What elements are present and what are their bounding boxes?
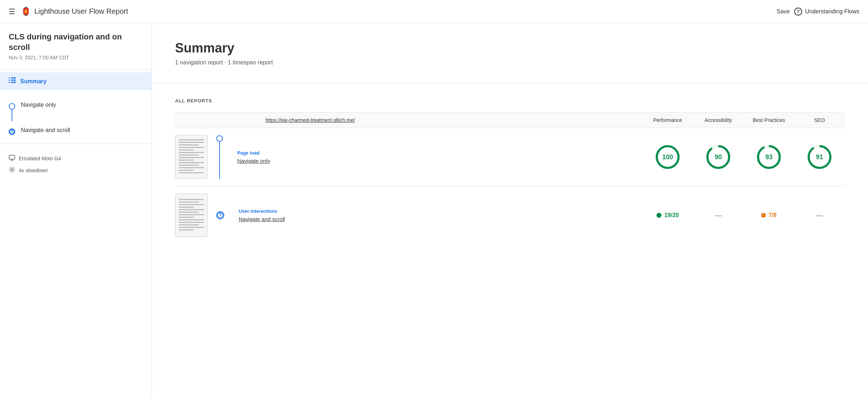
svg-rect-4 [9,82,10,83]
score-seo-2: — [794,211,845,220]
col-seo-header: SEO [794,117,845,123]
save-button[interactable]: Save [772,6,794,17]
device-emulated: Emulated Moto G4 [9,153,143,164]
report-url-link[interactable]: https://pie-charmed-treatment.glitch.me/ [265,117,355,123]
sidebar-item-navigate-only[interactable]: Navigate only [21,102,56,108]
emulated-device-label: Emulated Moto G4 [19,156,61,161]
understanding-flows-label[interactable]: Understanding Flows [805,8,859,15]
svg-point-12 [11,169,13,171]
svg-rect-9 [9,155,15,159]
report-info-1: Page load Navigate only [231,150,642,164]
svg-rect-1 [11,77,16,79]
summary-title: Summary [175,41,845,56]
col-accessibility-header: Accessibility [693,117,744,123]
score-seo-1: 91 [794,144,845,170]
report-title: CLS during navigation and on scroll [0,32,152,55]
report-date: Nov 3, 2021, 7:00 AM CDT [0,55,152,69]
svg-rect-5 [11,82,16,83]
gear-icon [9,166,15,174]
report-info-2: User interactions Navigate and scroll [233,208,642,223]
device-slowdown: 4x slowdown [9,164,143,177]
summary-subtitle: 1 navigation report · 1 timespan report [175,59,845,66]
sidebar-divider [0,69,152,69]
page-thumbnail-1 [175,135,208,179]
nav-dot-circle-1 [9,103,15,110]
score-performance-2: 19/20 [642,212,693,219]
lighthouse-logo-icon: 🏮 [21,7,31,16]
navigate-only-label: Navigate only [21,102,56,108]
table-row: Page load Navigate only 100 [175,128,845,186]
main-layout: CLS during navigation and on scroll Nov … [0,23,868,398]
svg-rect-3 [11,80,16,81]
svg-line-23 [220,215,221,216]
sidebar-item-summary[interactable]: Summary [0,72,152,90]
sidebar-nav: Navigate only Navigate and scroll [0,93,152,144]
row-nav-dot-clock [216,211,224,219]
score-best-practices-2: 7/8 [744,212,794,219]
report-name-link-1[interactable]: Navigate only [237,158,270,164]
header: ☰ 🏮 Lighthouse User Flow Report Save ? U… [0,0,868,23]
summary-section: Summary 1 navigation report · 1 timespan… [152,23,868,84]
content: Summary 1 navigation report · 1 timespan… [152,23,868,398]
score-best-practices-1: 93 [744,144,794,170]
report-name-link-2[interactable]: Navigate and scroll [239,216,285,222]
svg-rect-0 [9,77,10,79]
menu-icon[interactable]: ☰ [9,7,15,16]
svg-line-8 [12,132,13,132]
table-row: User interactions Navigate and scroll 19… [175,186,845,244]
orange-square-icon [761,213,766,217]
score-accessibility-2: — [693,211,744,220]
slowdown-label: 4x slowdown [19,168,48,173]
sidebar-summary-label: Summary [20,78,47,85]
svg-point-6 [10,130,14,134]
report-type-1: Page load [237,150,642,156]
col-best-practices-header: Best Practices [744,117,794,123]
col-performance-header: Performance [642,117,693,123]
page-thumbnail-2 [175,194,208,237]
monitor-icon [9,155,15,162]
score-accessibility-1: 90 [693,144,744,170]
row-nav-dot-circle [216,135,223,142]
header-title: Lighthouse User Flow Report [34,7,772,16]
sidebar-device: Emulated Moto G4 4x slowdown [0,144,152,177]
timespan-score-perf: 19/20 [656,212,679,219]
all-reports-label: ALL REPORTS [175,98,845,103]
green-dot-icon [656,213,661,218]
navigate-scroll-label: Navigate and scroll [21,127,70,134]
timespan-score-bp: 7/8 [761,212,776,219]
sidebar-item-navigate-scroll[interactable]: Navigate and scroll [21,127,70,134]
list-icon [9,77,16,85]
svg-rect-2 [9,80,10,81]
understanding-flows-link[interactable]: ? Understanding Flows [794,8,859,16]
nav-dot-clock-2 [9,128,15,135]
score-performance-1: 100 [642,144,693,170]
help-icon: ? [794,8,802,16]
sidebar: CLS during navigation and on scroll Nov … [0,23,152,398]
reports-section: ALL REPORTS https://pie-charmed-treatmen… [152,84,868,259]
nav-connector-line [12,110,12,121]
report-type-2: User interactions [239,208,642,214]
